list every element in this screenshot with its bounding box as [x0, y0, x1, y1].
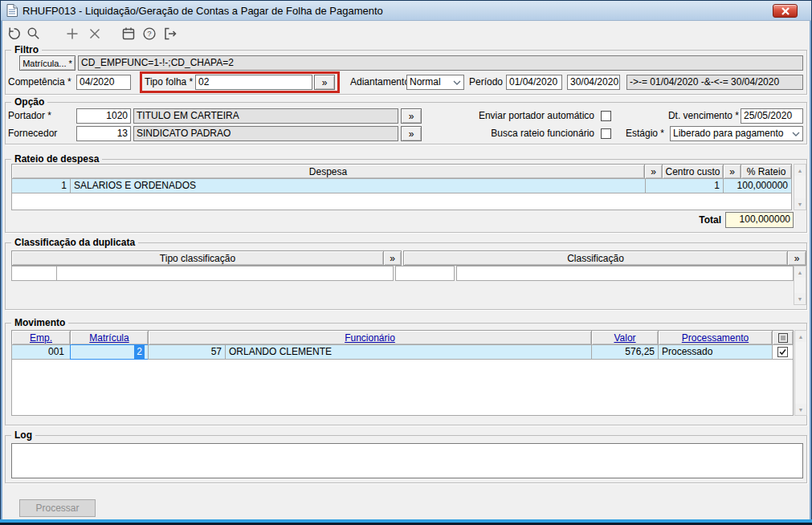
window-title: RHUFP013 - Liquidação/Geração de Contas …: [22, 5, 383, 17]
undo-icon: [6, 26, 22, 42]
rateio-total-field: 100,000000: [725, 212, 794, 228]
toolbar-delete-button[interactable]: [86, 25, 104, 43]
portador-descricao-field: TITULO EM CARTEIRA: [133, 108, 398, 124]
toolbar-search-button[interactable]: [25, 25, 43, 43]
chevron-down-icon: [453, 80, 461, 85]
movimento-row-emp[interactable]: 001: [11, 344, 71, 360]
processar-button[interactable]: Processar: [19, 499, 96, 517]
tipo-folha-lookup-button[interactable]: »: [314, 75, 335, 90]
busca-rateio-label: Busca rateio funcionário: [491, 126, 594, 141]
adiantamento-value: Normal: [410, 76, 441, 88]
movimento-row-codigo[interactable]: 57: [148, 344, 226, 360]
rateio-despesa-lookup-button[interactable]: »: [644, 164, 663, 179]
competencia-input[interactable]: 04/2020: [76, 75, 131, 90]
log-textarea[interactable]: [11, 443, 803, 478]
dt-vencimento-label: Dt. vencimento *: [668, 108, 739, 124]
add-icon: [64, 26, 80, 42]
scroll-down-icon[interactable]: ▼: [795, 404, 806, 415]
rateio-centro-custo-lookup-button[interactable]: »: [723, 164, 741, 179]
scroll-down-icon[interactable]: ▼: [794, 198, 806, 210]
document-icon: [6, 4, 18, 17]
classificacao-row-classificacao-descricao[interactable]: [456, 266, 794, 281]
matricula-selected-value[interactable]: 2: [134, 345, 145, 359]
close-icon: [781, 7, 790, 15]
portador-lookup-button[interactable]: »: [401, 108, 422, 124]
matricula-button[interactable]: Matrícula... *: [19, 55, 75, 71]
fornecedor-label: Fornecedor: [8, 126, 57, 141]
rateio-row-centro-custo[interactable]: 1: [645, 178, 724, 193]
matricula-filter-field: CD_EMPFUNC=1-!-;CD_CHAPA=2: [78, 55, 803, 71]
movimento-row-processamento[interactable]: Processado: [658, 344, 773, 360]
movimento-row-matricula[interactable]: 2: [70, 344, 149, 360]
rateio-total-label: Total: [699, 213, 721, 228]
toolbar-add-button[interactable]: [63, 25, 81, 43]
scroll-up-icon[interactable]: ▲: [795, 331, 806, 342]
rateio-row-percentual[interactable]: 100,000000: [723, 178, 792, 193]
movimento-row-valor[interactable]: 576,25: [591, 344, 659, 360]
classificacao-title: Classificação da duplicata: [11, 237, 138, 249]
help-icon: ?: [141, 26, 157, 42]
rateio-header-centro-custo[interactable]: Centro custo: [662, 164, 724, 179]
movimento-header-select-all[interactable]: [772, 330, 794, 345]
select-all-checkbox-icon: [778, 333, 788, 343]
check-icon: [779, 348, 786, 356]
rateio-row-seq[interactable]: 1: [11, 178, 71, 193]
classificacao-row-classificacao-codigo[interactable]: [395, 266, 455, 281]
classificacao-tipo-lookup-button[interactable]: »: [383, 250, 402, 266]
busca-rateio-checkbox[interactable]: [601, 128, 611, 139]
row-selected-checkbox[interactable]: [777, 347, 788, 357]
movimento-header-funcionario[interactable]: Funcionário: [148, 330, 592, 345]
movimento-title: Movimento: [11, 317, 68, 329]
rateio-row-despesa[interactable]: SALARIOS E ORDENADOS: [70, 178, 646, 193]
log-title: Log: [11, 429, 35, 442]
estagio-select[interactable]: Liberado para pagamento: [670, 126, 803, 141]
classificacao-row-tipo-descricao[interactable]: [56, 266, 394, 281]
fornecedor-lookup-button[interactable]: »: [401, 126, 422, 141]
fornecedor-codigo-input[interactable]: 13: [76, 126, 131, 141]
classificacao-row-tipo-codigo[interactable]: [11, 266, 57, 281]
movimento-header-matricula[interactable]: Matrícula: [70, 330, 149, 345]
classificacao-scrollbar[interactable]: ▲ ▼: [794, 266, 806, 305]
opcao-title: Opção: [11, 96, 47, 108]
chevron-down-icon: [792, 132, 800, 136]
rateio-scrollbar[interactable]: ▲ ▼: [794, 164, 806, 210]
tipo-folha-label: Tipo folha *: [145, 75, 193, 90]
movimento-row-select-cell[interactable]: [772, 344, 794, 360]
scroll-up-icon[interactable]: ▲: [794, 267, 806, 278]
search-icon: [26, 26, 42, 42]
dt-vencimento-input[interactable]: 25/05/2020: [741, 108, 803, 124]
scroll-down-icon[interactable]: ▼: [794, 293, 806, 304]
rateio-header-percentual[interactable]: % Rateio: [741, 164, 792, 179]
movimento-scrollbar[interactable]: ▲ ▼: [794, 330, 807, 416]
periodo-fim-input[interactable]: 30/04/2020: [567, 75, 620, 90]
estagio-value: Liberado para pagamento: [673, 128, 783, 139]
toolbar-calendar-button[interactable]: [120, 25, 137, 43]
movimento-row-funcionario[interactable]: ORLANDO CLEMENTE: [225, 344, 592, 360]
app-window: RHUFP013 - Liquidação/Geração de Contas …: [0, 0, 812, 525]
exit-icon: [162, 26, 178, 42]
movimento-header-valor[interactable]: Valor: [591, 330, 659, 345]
fornecedor-descricao-field: SINDICATO PADRAO: [133, 126, 398, 141]
periodo-inicio-input[interactable]: 01/04/2020: [506, 75, 562, 90]
classificacao-header-classificacao[interactable]: Classificação: [403, 250, 788, 266]
scroll-up-icon[interactable]: ▲: [794, 165, 806, 176]
adiantamento-select[interactable]: Normal: [406, 75, 464, 90]
adiantamento-label: Adiantamento: [350, 75, 410, 90]
toolbar-exit-button[interactable]: [161, 25, 179, 43]
rateio-header-despesa[interactable]: Despesa: [11, 164, 645, 179]
classificacao-header-tipo[interactable]: Tipo classificação: [11, 250, 384, 266]
close-button[interactable]: [773, 4, 798, 18]
toolbar-help-button[interactable]: ?: [141, 25, 158, 43]
movimento-header-processamento[interactable]: Processamento: [658, 330, 773, 345]
enviar-portador-checkbox[interactable]: [601, 111, 611, 121]
portador-codigo-input[interactable]: 1020: [76, 108, 131, 124]
toolbar-undo-button[interactable]: [6, 25, 23, 43]
tipo-folha-input[interactable]: 02: [195, 75, 312, 90]
competencia-label: Competência *: [8, 75, 71, 90]
filtro-title: Filtro: [11, 44, 42, 56]
estagio-label: Estágio *: [626, 126, 664, 141]
movimento-header-emp[interactable]: Emp.: [11, 330, 71, 345]
svg-text:?: ?: [147, 29, 151, 38]
classificacao-lookup-button[interactable]: »: [787, 250, 806, 266]
delete-icon: [87, 26, 103, 42]
